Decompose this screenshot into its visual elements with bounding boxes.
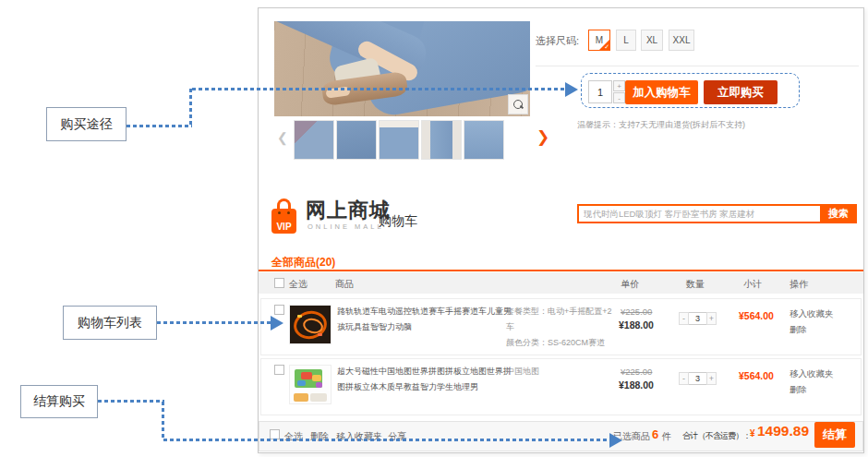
annotation-arrow-icon (271, 316, 283, 331)
tab-all-items[interactable]: 全部商品(20) (271, 255, 335, 271)
row2-move-to-favorites-link[interactable]: 移入收藏夹 (790, 368, 834, 380)
column-quantity: 数量 (686, 278, 705, 291)
bag-dot (278, 211, 281, 214)
currency-symbol: ¥ (750, 428, 755, 439)
size-option-label: XL (646, 35, 657, 45)
thumbnail-next-icon[interactable]: ❯ (536, 127, 549, 147)
logo-vip-text: VIP (276, 220, 291, 234)
row1-price: ¥188.00 (619, 319, 654, 331)
size-option-xl[interactable]: XL (641, 30, 663, 51)
size-option-label: XXL (673, 35, 691, 45)
column-action: 操作 (790, 278, 808, 291)
annotation-checkout: 结算购买 (20, 385, 98, 418)
row1-original-price: ¥225.00 (621, 307, 652, 317)
annotation-arrow-icon (565, 82, 578, 97)
row2-delete-link[interactable]: 删除 (790, 384, 807, 396)
thumbnail-3[interactable] (379, 120, 419, 160)
row1-quantity-stepper: - 3 + (679, 312, 717, 325)
annotation-connector (192, 88, 565, 90)
row2-attr1: 中国地图 (506, 364, 617, 379)
thumbnail-prev-icon[interactable]: ❮ (277, 130, 288, 145)
annotation-connector (163, 439, 609, 441)
row1-move-to-favorites-link[interactable]: 移入收藏夹 (790, 308, 834, 320)
annotation-label: 结算购买 (33, 393, 85, 410)
row1-qty-value[interactable]: 3 (689, 312, 706, 325)
add-to-cart-button[interactable]: 加入购物车 (625, 80, 698, 104)
thumbnail-2[interactable] (336, 120, 377, 160)
section-divider (536, 66, 859, 66)
checkout-button[interactable]: 结算 (814, 422, 855, 448)
tab-underline (259, 270, 863, 271)
size-option-label: M (596, 35, 603, 45)
search-bar: 搜索 (577, 204, 857, 223)
row2-product-title[interactable]: 超大号磁性中国地图世界拼图拼板立地图世界拼图拼板立体木质早教益智力学生地理男 (337, 364, 518, 395)
search-input[interactable] (577, 204, 820, 223)
row2-price: ¥188.00 (619, 379, 654, 391)
row1-delete-link[interactable]: 删除 (790, 324, 807, 336)
row2-original-price: ¥225.00 (621, 367, 652, 377)
quantity-increase-button[interactable]: + (613, 80, 625, 91)
row2-quantity-stepper: - 3 + (679, 372, 717, 385)
buy-now-button[interactable]: 立即购买 (704, 80, 778, 104)
annotation-connector (162, 402, 164, 440)
row2-attributes: 中国地图 (506, 364, 617, 379)
logo-bag-icon: VIP (271, 209, 296, 234)
size-option-m[interactable]: M ✓ (588, 30, 610, 51)
row1-attr1: 套餐类型：电动+手摇配置+2车 (506, 304, 617, 335)
row2-checkbox[interactable] (274, 365, 284, 375)
row2-qty-value[interactable]: 3 (689, 372, 706, 385)
product-main-image[interactable] (274, 21, 530, 116)
annotation-label: 购物车列表 (78, 315, 142, 331)
row2-subtotal: ¥564.00 (739, 370, 774, 381)
china-map-art (290, 366, 331, 403)
size-select-label: 选择尺码: (536, 34, 579, 48)
select-all-checkbox[interactable] (274, 278, 284, 288)
return-policy-tip: 温馨提示：支持7天无理由退货(拆封后不支持) (577, 119, 745, 131)
quantity-input[interactable] (588, 80, 612, 103)
annotation-buy-path: 购买途径 (46, 107, 127, 141)
column-price: 单价 (621, 278, 639, 291)
row2-qty-increase-button[interactable]: + (706, 372, 717, 385)
image-zoom-button[interactable] (508, 94, 528, 114)
size-option-label: L (623, 35, 629, 45)
row1-attr2: 颜色分类：SS-620CM赛道 (506, 335, 617, 351)
annotation-arrow-icon (609, 433, 622, 448)
thumbnail-4[interactable] (421, 120, 462, 160)
row2-product-image[interactable] (289, 365, 332, 404)
thumbnail-5[interactable] (464, 120, 504, 160)
row1-qty-increase-button[interactable]: + (706, 312, 717, 325)
annotation-connector (189, 89, 192, 127)
size-option-xxl[interactable]: XXL (669, 30, 694, 51)
column-subtotal: 小计 (743, 278, 762, 291)
total-price: 1499.89 (757, 423, 809, 439)
row1-checkbox[interactable] (274, 305, 284, 315)
column-product: 商品 (335, 278, 354, 291)
thumbnail-1[interactable] (294, 120, 334, 160)
screenshot-canvas: ❮ ❯ 选择尺码: M ✓ L XL XXL + - 加入购物车 立即购买 温馨… (0, 0, 868, 457)
row1-product-title[interactable]: 路轨轨道车电动遥控轨道赛车手摇赛道车儿童男孩玩具益智智力动脑 (337, 304, 518, 335)
row1-qty-decrease-button[interactable]: - (679, 312, 689, 325)
search-button[interactable]: 搜索 (820, 204, 857, 223)
size-option-l[interactable]: L (616, 30, 636, 51)
total-label: 合计（不含运费）： (682, 430, 751, 442)
site-subtitle: ONLINE MALL (307, 222, 384, 231)
selected-items-unit: 件 (662, 430, 671, 443)
magnifier-icon (513, 100, 524, 110)
column-select-all[interactable]: 全选 (289, 278, 307, 291)
quantity-decrease-button[interactable]: - (613, 92, 625, 103)
row1-attributes: 套餐类型：电动+手摇配置+2车 颜色分类：SS-620CM赛道 (506, 304, 617, 351)
race-track-art (290, 306, 331, 343)
row1-subtotal: ¥564.00 (739, 310, 774, 321)
page-title-cart: 购物车 (379, 213, 417, 230)
annotation-connector (127, 125, 192, 127)
annotation-connector (98, 400, 164, 403)
annotation-connector (157, 321, 271, 324)
bag-dot (287, 211, 290, 214)
annotation-label: 购买途径 (61, 116, 113, 133)
row1-product-image[interactable] (289, 305, 332, 344)
row2-qty-decrease-button[interactable]: - (679, 372, 689, 385)
annotation-cart-list: 购物车列表 (63, 306, 157, 340)
selected-items-count: 6 (652, 427, 658, 441)
